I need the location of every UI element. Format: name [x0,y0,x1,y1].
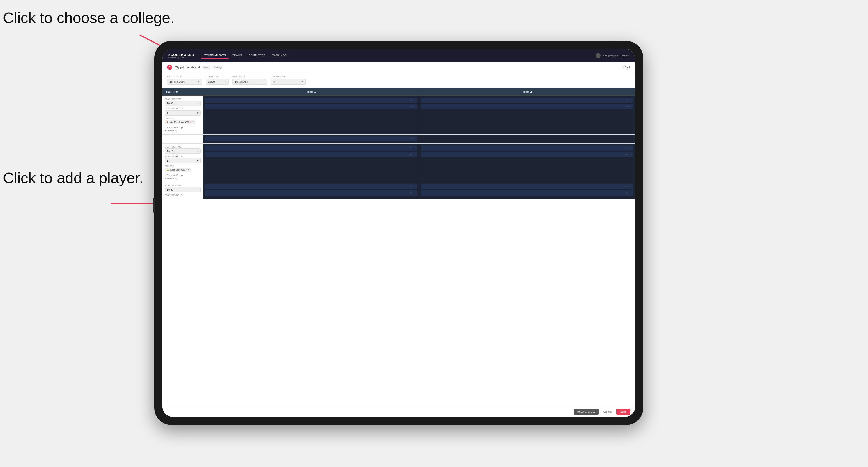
group-3-controls: STARTING TIME: 10:20 ℹ STARTING HOLE: [162,182,203,199]
nav-right: blair@clippd.io Sign out [595,53,629,58]
table-header: Tee Time Team 1 Team 2 [162,88,635,96]
starting-hole-input-2[interactable]: 1 ▾ [165,158,200,163]
group-size-label: Group Size [271,75,306,78]
logo-text: SCOREBOARD [168,53,194,57]
group-3-team2-cell: × ⋮ × ⋮ [419,182,635,199]
close-icon[interactable]: × [626,105,627,108]
th-team2: Team 2 [419,88,635,95]
tablet-frame: SCOREBOARD Powered by clippd TOURNAMENTS… [154,41,643,425]
starting-time-input-3[interactable]: 10:20 ℹ [165,187,200,192]
cancel-button[interactable]: Cancel [601,409,614,414]
course-tag-1[interactable]: 🏌 (A) Peachtree GC × ▾ [165,120,195,124]
top-nav: SCOREBOARD Powered by clippd TOURNAMENTS… [162,49,635,62]
starting-hole-label-3: STARTING HOLE: [165,194,200,196]
starting-time-input-2[interactable]: 10:10 ℹ [165,149,200,154]
group-2-team2-cell: × ⋮ × ⋮ [419,144,635,182]
player-slot-1-1[interactable]: × ⋮ [205,97,417,103]
th-tee-time: Tee Time [162,88,203,95]
save-button[interactable]: Save [616,409,630,414]
footer-actions: Reset Changes Cancel Save [162,406,635,417]
player-slot-2-4[interactable]: × ⋮ [421,152,633,157]
group-1-team2-course [419,134,635,143]
sign-out-link[interactable]: Sign out [621,55,629,57]
close-icon[interactable]: × [410,99,411,102]
th-team1: Team 1 [203,88,419,95]
player-slot-2-3[interactable]: × ⋮ [421,145,633,151]
nav-committee[interactable]: COMMITTEE [246,53,269,59]
course-label-1: COURSE: [165,117,200,119]
course-label-2: COURSE: [165,165,200,167]
logo-area: SCOREBOARD Powered by clippd [168,53,194,59]
tablet-screen: SCOREBOARD Powered by clippd TOURNAMENTS… [162,49,635,417]
group-1-actions: ○ Remove Group + Add Group [165,126,200,132]
group-1-controls: STARTING TIME: 10:00 ℹ STARTING HOLE: 1 … [162,96,203,134]
starting-time-label-3: STARTING TIME: [165,185,200,187]
annotation-add-player: Click to add a player. [3,169,144,187]
nav-links: TOURNAMENTS TEAMS COMMITTEE RANKINGS [201,53,595,59]
player-slot-3-3[interactable]: × ⋮ [421,184,633,189]
player-slot-3-1[interactable]: × ⋮ [205,184,417,189]
group-2-team1-cell: × ⋮ × ⋮ [203,144,419,182]
starting-hole-label-2: STARTING HOLE: [165,155,200,157]
expand-icon[interactable]: ⋮ [413,99,415,102]
starting-time-label-1: STARTING TIME: [165,98,200,100]
player-slot-1-2[interactable]: × ⋮ [205,104,417,109]
group-row-1: STARTING TIME: 10:00 ℹ STARTING HOLE: 1 … [162,96,635,134]
start-time-input[interactable]: 10:00 ℹ [206,79,229,85]
intervals-group: Intervals 10 Minutes ℹ [232,75,267,85]
back-button[interactable]: < Back [622,66,630,69]
player-slot-2-1[interactable]: × ⋮ [205,145,417,151]
user-email: blair@clippd.io [603,55,619,57]
reset-changes-button[interactable]: Reset Changes [574,409,599,414]
nav-teams[interactable]: TEAMS [229,53,245,59]
start-type-group: Start Type 1st Tee Start ▾ [167,75,202,85]
player-slot-1-4[interactable]: × ⋮ [421,104,633,109]
group-1-extra-controls [162,134,203,143]
player-slot-1-3[interactable]: × ⋮ [421,97,633,103]
course-tag-2[interactable]: ⛳ East Lake GC × ▾ [165,168,191,172]
nav-tournaments[interactable]: TOURNAMENTS [201,53,229,59]
course-slot-1-1[interactable]: × ⋮ [205,136,417,142]
group-1-team1-cell: × ⋮ × ⋮ [203,96,419,134]
player-slot-3-4[interactable]: × ⋮ [421,190,633,196]
starting-time-label-2: STARTING TIME: [165,146,200,148]
group-1-team1-course: × ⋮ [203,134,419,143]
close-icon[interactable]: × [626,99,627,102]
intervals-label: Intervals [232,75,267,78]
group-2-controls: STARTING TIME: 10:10 ℹ STARTING HOLE: 1 … [162,144,203,182]
group-2-actions: ○ Remove Group + Add Group [165,174,200,180]
main-table: Tee Time Team 1 Team 2 STARTING TIME: 10… [162,88,635,406]
starting-hole-label-1: STARTING HOLE: [165,108,200,110]
player-slot-3-2[interactable]: × ⋮ [205,190,417,196]
close-icon[interactable]: × [410,105,411,108]
group-row-3: STARTING TIME: 10:20 ℹ STARTING HOLE: × … [162,182,635,199]
remove-group-1-btn[interactable]: ○ Remove Group [165,126,200,129]
starting-hole-input-1[interactable]: 1 ▾ [165,110,200,116]
expand-icon[interactable]: ⋮ [629,105,631,108]
intervals-select[interactable]: 10 Minutes ℹ [232,79,267,85]
expand-icon[interactable]: ⋮ [629,99,631,102]
start-type-label: Start Type [167,75,202,78]
group-size-select[interactable]: 3 ▾ [271,79,306,85]
start-time-label: Start Time [206,75,229,78]
logo-sub: Powered by clippd [168,57,194,59]
add-group-1-btn[interactable]: + Add Group [165,129,200,132]
tablet-side-button[interactable] [153,198,155,213]
start-time-group: Start Time 10:00 ℹ [206,75,229,85]
group-3-team1-cell: × ⋮ × ⋮ [203,182,419,199]
group-1-course-row: × ⋮ [162,134,635,144]
hosting-label: Hosting [213,66,221,69]
group-row-2: STARTING TIME: 10:10 ℹ STARTING HOLE: 1 … [162,144,635,182]
add-group-2-btn[interactable]: + Add Group [165,177,200,180]
breadcrumb-bar: C Clippd Invitational Men Hosting < Back [162,62,635,72]
start-type-select[interactable]: 1st Tee Start ▾ [167,79,202,85]
player-slot-2-2[interactable]: × ⋮ [205,152,417,157]
remove-group-2-btn[interactable]: ○ Remove Group [165,174,200,177]
settings-form-row: Start Type 1st Tee Start ▾ Start Time 10… [162,72,635,88]
expand-icon[interactable]: ⋮ [413,105,415,108]
nav-rankings[interactable]: RANKINGS [269,53,290,59]
clippd-logo-icon: C [167,65,172,70]
starting-time-input-1[interactable]: 10:00 ℹ [165,101,200,106]
group-1-team2-cell: × ⋮ × ⋮ [419,96,635,134]
avatar [595,53,601,58]
